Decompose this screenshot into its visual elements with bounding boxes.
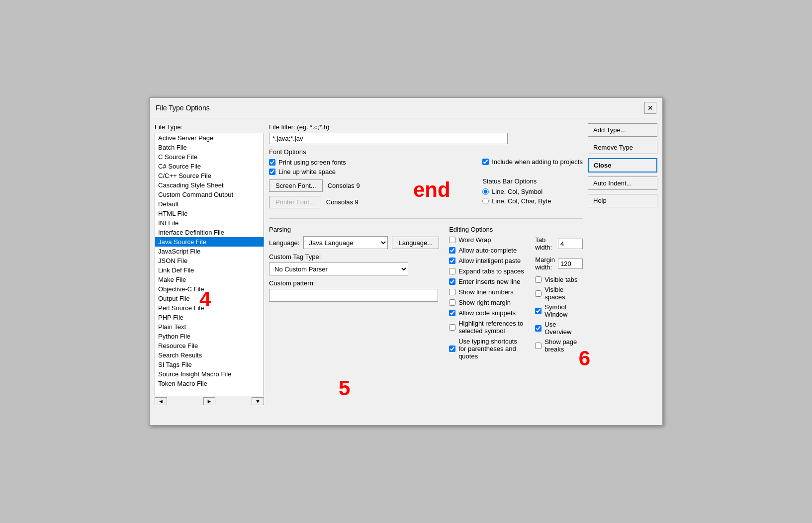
filter-input[interactable] xyxy=(269,133,508,144)
list-right-btn[interactable]: ► xyxy=(203,397,216,405)
editing-option-checkbox[interactable] xyxy=(449,247,455,254)
add-type-button[interactable]: Add Type... xyxy=(588,123,657,137)
file-list-item[interactable]: Perl Source File xyxy=(155,303,264,313)
remove-type-button[interactable]: Remove Type xyxy=(588,141,657,154)
auto-indent-button[interactable]: Auto Indent... xyxy=(588,176,657,190)
editing-option-label: Allow auto-complete xyxy=(458,247,517,254)
file-list-item[interactable]: Source Insight Macro File xyxy=(155,369,264,379)
editing-option-row: Allow auto-complete xyxy=(449,247,525,254)
editing-option-checkbox[interactable] xyxy=(449,278,455,285)
editing-right-option-checkbox[interactable] xyxy=(535,290,541,297)
file-list-item[interactable]: SI Tags File xyxy=(155,360,264,369)
editing-option-label: Allow intelligent paste xyxy=(458,257,521,264)
file-list-item[interactable]: Java Source File xyxy=(155,237,264,247)
file-list-item[interactable]: Search Results xyxy=(155,350,264,360)
editing-right-option-checkbox[interactable] xyxy=(535,325,541,332)
editing-option-checkbox[interactable] xyxy=(449,346,455,352)
custom-pattern-input[interactable] xyxy=(269,289,438,302)
file-list-item[interactable]: C Source File xyxy=(155,152,264,162)
editing-right-area: Tab width: Margin width: Visible tabsVis… xyxy=(535,236,583,362)
print-screen-fonts-checkbox[interactable] xyxy=(269,159,275,166)
line-up-white-space-label: Line up white space xyxy=(278,168,336,175)
file-list-item[interactable]: Token Macro File xyxy=(155,379,264,388)
file-list-item[interactable]: Active Server Page xyxy=(155,133,264,143)
file-list: Active Server PageBatch FileC Source Fil… xyxy=(155,133,264,388)
include-row: Include when adding to projects xyxy=(482,158,583,166)
editing-option-row: Use typing shortcuts for parentheses and… xyxy=(449,338,525,360)
custom-pattern-label: Custom pattern: xyxy=(269,279,439,287)
editing-option-checkbox[interactable] xyxy=(449,268,455,274)
file-type-options-dialog: File Type Options ✕ File Type: Active Se… xyxy=(149,97,663,426)
file-list-item[interactable]: JavaScript File xyxy=(155,247,264,256)
font-options-title: Font Options xyxy=(269,148,472,156)
help-button[interactable]: Help xyxy=(588,194,657,207)
file-list-item[interactable]: JSON File xyxy=(155,256,264,265)
file-list-item[interactable]: Python File xyxy=(155,332,264,341)
editing-option-checkbox[interactable] xyxy=(449,237,455,243)
editing-option-row: Show line numbers xyxy=(449,288,525,296)
editing-option-row: Allow code snippets xyxy=(449,309,525,317)
margin-width-label: Margin width: xyxy=(535,256,555,271)
editing-right-option-row: Visible spaces xyxy=(535,286,583,301)
file-list-item[interactable]: Make File xyxy=(155,275,264,284)
font-section: Font Options Print using screen fonts Li… xyxy=(269,148,472,211)
screen-font-name: Consolas 9 xyxy=(328,182,360,189)
file-list-item[interactable]: Link Def File xyxy=(155,265,264,275)
file-list-item[interactable]: Resource File xyxy=(155,341,264,350)
editing-right-option-checkbox[interactable] xyxy=(535,276,541,283)
file-list-item[interactable]: Custom Command Output xyxy=(155,190,264,199)
center-right-area: File filter: (eg. *.c;*.h) Font Options … xyxy=(269,123,583,405)
editing-option-row: Expand tabs to spaces xyxy=(449,267,525,275)
editing-right-option-label: Visible spaces xyxy=(544,286,583,301)
close-button[interactable]: Close xyxy=(588,158,657,173)
custom-tag-row: No Custom Parser xyxy=(269,262,439,275)
editing-option-label: Show line numbers xyxy=(458,288,514,296)
editing-right-option-label: Show page breaks xyxy=(544,338,583,353)
line-up-white-space-checkbox[interactable] xyxy=(269,169,275,175)
status-radio-line-col-char-byte[interactable] xyxy=(482,198,489,204)
status-radio-line-col-symbol-label: Line, Col, Symbol xyxy=(492,188,542,195)
editing-option-label: Allow code snippets xyxy=(458,309,516,317)
printer-font-button[interactable]: Printer Font... xyxy=(269,196,321,208)
editing-right-option-checkbox[interactable] xyxy=(535,308,541,314)
editing-option-checkbox[interactable] xyxy=(449,310,455,316)
file-list-item[interactable]: PHP File xyxy=(155,313,264,322)
custom-tag-select[interactable]: No Custom Parser xyxy=(269,262,408,275)
editing-option-row: Allow intelligent paste xyxy=(449,257,525,264)
include-checkbox[interactable] xyxy=(482,159,489,165)
language-button[interactable]: Language... xyxy=(392,237,439,249)
file-list-container[interactable]: Active Server PageBatch FileC Source Fil… xyxy=(155,133,264,396)
file-list-item[interactable]: INI File xyxy=(155,218,264,228)
tab-width-input[interactable] xyxy=(558,239,583,249)
file-list-item[interactable]: Default xyxy=(155,199,264,209)
file-list-item[interactable]: Cascading Style Sheet xyxy=(155,180,264,190)
file-list-item[interactable]: Objective-C File xyxy=(155,284,264,294)
editing-right-option-row: Visible tabs xyxy=(535,276,583,283)
status-radio-line-col-symbol[interactable] xyxy=(482,188,489,195)
editing-option-checkbox[interactable] xyxy=(449,324,455,331)
printer-font-name: Consolas 9 xyxy=(326,198,359,206)
status-radio-2: Line, Col, Char, Byte xyxy=(482,197,583,205)
editing-option-checkbox[interactable] xyxy=(449,289,455,295)
file-list-item[interactable]: Plain Text xyxy=(155,322,264,332)
language-select[interactable]: Java Language xyxy=(303,236,388,249)
file-list-item[interactable]: Output File xyxy=(155,294,264,303)
file-list-item[interactable]: C/C++ Source File xyxy=(155,171,264,180)
list-left-btn[interactable]: ◄ xyxy=(155,397,167,405)
list-down-btn[interactable]: ▼ xyxy=(252,397,264,405)
editing-option-checkbox[interactable] xyxy=(449,258,455,264)
margin-width-input[interactable] xyxy=(558,259,583,269)
close-x-button[interactable]: ✕ xyxy=(644,102,656,114)
file-list-item[interactable]: Batch File xyxy=(155,143,264,152)
bottom-area: Parsing Language: Java Language Language… xyxy=(269,226,583,362)
file-list-item[interactable]: C# Source File xyxy=(155,162,264,171)
file-type-label: File Type: xyxy=(155,123,264,131)
file-list-item[interactable]: HTML File xyxy=(155,209,264,218)
editing-right-option-row: Symbol Window xyxy=(535,303,583,318)
parsing-section: Parsing Language: Java Language Language… xyxy=(269,226,439,362)
editing-option-checkbox[interactable] xyxy=(449,299,455,306)
file-list-item[interactable]: Interface Definition File xyxy=(155,228,264,237)
editing-right-option-checkbox[interactable] xyxy=(535,343,541,349)
printer-font-row: Printer Font... Consolas 9 xyxy=(269,196,472,208)
screen-font-button[interactable]: Screen Font... xyxy=(269,179,323,192)
